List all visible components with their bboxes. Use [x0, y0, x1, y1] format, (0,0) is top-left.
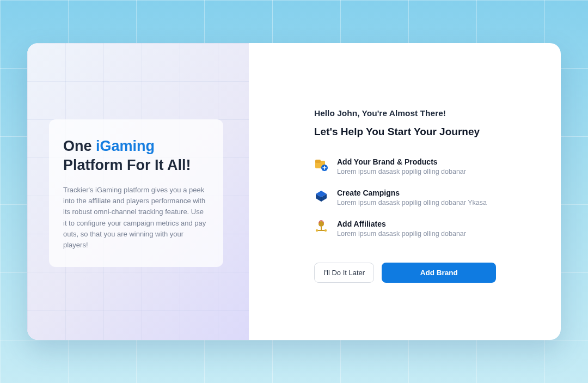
- do-later-button[interactable]: I'll Do It Later: [314, 263, 374, 283]
- step-title: Create Campigns: [337, 189, 487, 197]
- step-desc: Lorem ipsum dasask popilig olling dobana…: [337, 230, 466, 238]
- step-text: Create Campigns Lorem ipsum dasask popil…: [337, 189, 487, 206]
- step-desc: Lorem ipsum dasask popilig olling dobana…: [337, 199, 487, 206]
- step-item: Create Campigns Lorem ipsum dasask popil…: [314, 189, 526, 206]
- add-brand-button[interactable]: Add Brand: [382, 263, 496, 283]
- greeting-text: Hello John, You're Almost There!: [314, 108, 526, 118]
- step-title: Add Affiliates: [337, 220, 466, 228]
- step-item: Add Your Brand & Products Lorem ipsum da…: [314, 157, 526, 175]
- hero-info-box: One iGaming Platform For It All! Trackie…: [49, 119, 223, 267]
- step-desc: Lorem ipsum dasask popilig olling dobana…: [337, 168, 466, 175]
- subheading-text: Let's Help You Start Your Journey: [314, 126, 526, 138]
- svg-point-4: [316, 229, 318, 232]
- step-text: Add Affiliates Lorem ipsum dasask popili…: [337, 220, 466, 238]
- hero-panel: One iGaming Platform For It All! Trackie…: [27, 43, 249, 340]
- step-list: Add Your Brand & Products Lorem ipsum da…: [314, 157, 526, 238]
- step-item: Add Affiliates Lorem ipsum dasask popili…: [314, 220, 526, 238]
- hero-body: Trackier's iGaming platform gives you a …: [63, 185, 209, 251]
- step-title: Add Your Brand & Products: [337, 157, 466, 166]
- step-text: Add Your Brand & Products Lorem ipsum da…: [337, 157, 466, 175]
- affiliates-balance-icon: [314, 220, 328, 234]
- svg-rect-1: [315, 160, 321, 163]
- svg-point-5: [324, 229, 327, 232]
- campaign-box-icon: [314, 189, 328, 203]
- hero-title-suffix: Platform For It All!: [63, 157, 191, 173]
- hero-title-prefix: One: [63, 138, 96, 154]
- onboarding-panel: Hello John, You're Almost There! Let's H…: [249, 43, 561, 340]
- hero-title: One iGaming Platform For It All!: [63, 137, 209, 175]
- folder-add-icon: [314, 157, 328, 172]
- onboarding-card: One iGaming Platform For It All! Trackie…: [27, 43, 561, 340]
- action-row: I'll Do It Later Add Brand: [314, 263, 526, 283]
- hero-title-accent: iGaming: [96, 138, 155, 154]
